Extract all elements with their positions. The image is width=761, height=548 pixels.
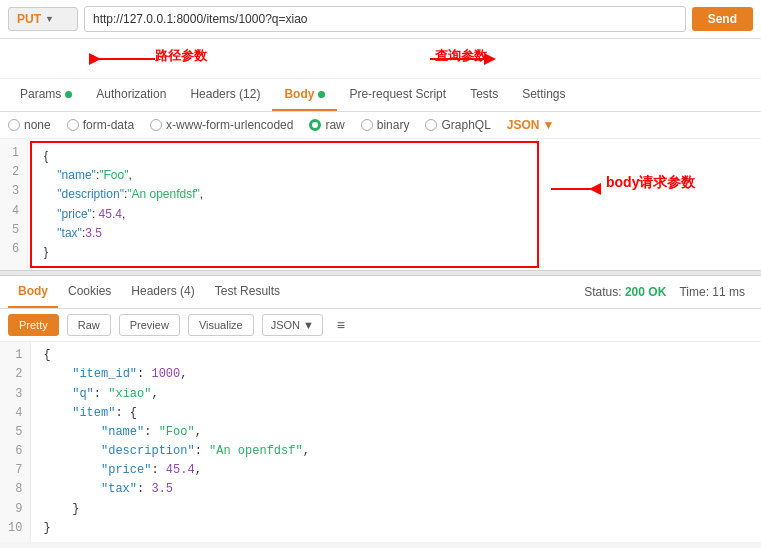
urlencoded-radio bbox=[150, 119, 162, 131]
tab-tests-label: Tests bbox=[470, 87, 498, 101]
tab-settings[interactable]: Settings bbox=[510, 79, 577, 111]
resp-cookies-label: Cookies bbox=[68, 284, 111, 298]
resp-headers-label: Headers (4) bbox=[131, 284, 194, 298]
url-input[interactable] bbox=[84, 6, 686, 32]
none-radio bbox=[8, 119, 20, 131]
resp-tab-cookies[interactable]: Cookies bbox=[58, 276, 121, 308]
body-type-bar: none form-data x-www-form-urlencoded raw… bbox=[0, 112, 761, 139]
method-select[interactable]: PUT ▼ bbox=[8, 7, 78, 31]
binary-label: binary bbox=[377, 118, 410, 132]
top-bar: PUT ▼ Send bbox=[0, 0, 761, 39]
send-button[interactable]: Send bbox=[692, 7, 753, 31]
resp-preview-btn[interactable]: Preview bbox=[119, 314, 180, 336]
body-dot bbox=[318, 91, 325, 98]
resp-tab-test-results[interactable]: Test Results bbox=[205, 276, 290, 308]
code-line-3: "description":"An openfdsf", bbox=[44, 185, 525, 204]
body-param-annotation: body请求参数 bbox=[606, 174, 695, 192]
tab-headers[interactable]: Headers (12) bbox=[178, 79, 272, 111]
resp-line-numbers: 12345 678910 bbox=[0, 342, 31, 542]
resp-line-7: "price": 45.4, bbox=[43, 461, 309, 480]
graphql-radio bbox=[425, 119, 437, 131]
resp-raw-btn[interactable]: Raw bbox=[67, 314, 111, 336]
method-label: PUT bbox=[17, 12, 41, 26]
body-type-urlencoded[interactable]: x-www-form-urlencoded bbox=[150, 118, 293, 132]
code-line-5: "tax":3.5 bbox=[44, 224, 525, 243]
body-type-graphql[interactable]: GraphQL bbox=[425, 118, 490, 132]
status-label: Status: bbox=[584, 285, 621, 299]
code-line-4: "price": 45.4, bbox=[44, 205, 525, 224]
raw-label: raw bbox=[325, 118, 344, 132]
json-label: JSON bbox=[507, 118, 540, 132]
resp-wrap-icon[interactable]: ≡ bbox=[331, 315, 351, 335]
resp-line-2: "item_id": 1000, bbox=[43, 365, 309, 384]
body-type-binary[interactable]: binary bbox=[361, 118, 410, 132]
response-tabs-bar: Body Cookies Headers (4) Test Results St… bbox=[0, 276, 761, 309]
response-status: Status: 200 OK Time: 11 ms bbox=[576, 277, 753, 307]
body-type-none[interactable]: none bbox=[8, 118, 51, 132]
form-data-radio bbox=[67, 119, 79, 131]
request-body-editor: 123456 { "name":"Foo", "description":"An… bbox=[0, 139, 761, 270]
none-label: none bbox=[24, 118, 51, 132]
urlencoded-label: x-www-form-urlencoded bbox=[166, 118, 293, 132]
form-data-label: form-data bbox=[83, 118, 134, 132]
code-content[interactable]: { "name":"Foo", "description":"An openfd… bbox=[30, 141, 539, 268]
resp-line-4: "item": { bbox=[43, 404, 309, 423]
code-line-1: { bbox=[44, 147, 525, 166]
body-type-raw[interactable]: raw bbox=[309, 118, 344, 132]
params-dot bbox=[65, 91, 72, 98]
resp-line-8: "tax": 3.5 bbox=[43, 480, 309, 499]
resp-visualize-btn[interactable]: Visualize bbox=[188, 314, 254, 336]
resp-json-dropdown[interactable]: JSON ▼ bbox=[262, 314, 323, 336]
body-annotation-area: body请求参数 bbox=[541, 139, 761, 270]
line-numbers: 123456 bbox=[0, 139, 28, 270]
resp-line-1: { bbox=[43, 346, 309, 365]
tab-tests[interactable]: Tests bbox=[458, 79, 510, 111]
resp-json-chevron: ▼ bbox=[303, 319, 314, 331]
query-param-annotation: 查询参数 bbox=[435, 47, 487, 65]
code-editor-inner: 123456 { "name":"Foo", "description":"An… bbox=[0, 139, 541, 270]
response-toolbar: Pretty Raw Preview Visualize JSON ▼ ≡ bbox=[0, 309, 761, 342]
resp-line-9: } bbox=[43, 500, 309, 519]
status-code: 200 OK bbox=[625, 285, 666, 299]
request-tabs-bar: Params Authorization Headers (12) Body P… bbox=[0, 79, 761, 112]
json-chevron: ▼ bbox=[543, 118, 555, 132]
tab-settings-label: Settings bbox=[522, 87, 565, 101]
resp-tab-headers[interactable]: Headers (4) bbox=[121, 276, 204, 308]
tab-body[interactable]: Body bbox=[272, 79, 337, 111]
resp-line-6: "description": "An openfdsf", bbox=[43, 442, 309, 461]
tab-authorization[interactable]: Authorization bbox=[84, 79, 178, 111]
code-line-2: "name":"Foo", bbox=[44, 166, 525, 185]
method-chevron: ▼ bbox=[45, 14, 54, 24]
annotation-arrows bbox=[0, 39, 761, 79]
resp-code-content[interactable]: { "item_id": 1000, "q": "xiao", "item": … bbox=[31, 342, 321, 542]
code-line-6: } bbox=[44, 243, 525, 262]
time-label: Time: 11 ms bbox=[679, 285, 745, 299]
body-type-form-data[interactable]: form-data bbox=[67, 118, 134, 132]
binary-radio bbox=[361, 119, 373, 131]
resp-body-label: Body bbox=[18, 284, 48, 298]
raw-radio bbox=[309, 119, 321, 131]
resp-json-label: JSON bbox=[271, 319, 300, 331]
resp-line-5: "name": "Foo", bbox=[43, 423, 309, 442]
json-format-dropdown[interactable]: JSON ▼ bbox=[507, 118, 555, 132]
resp-test-results-label: Test Results bbox=[215, 284, 280, 298]
tab-params-label: Params bbox=[20, 87, 61, 101]
tab-pre-request-label: Pre-request Script bbox=[349, 87, 446, 101]
tab-params[interactable]: Params bbox=[8, 79, 84, 111]
path-param-annotation: 路径参数 bbox=[155, 47, 207, 65]
tab-headers-label: Headers (12) bbox=[190, 87, 260, 101]
resp-line-10: } bbox=[43, 519, 309, 538]
tab-pre-request[interactable]: Pre-request Script bbox=[337, 79, 458, 111]
response-body-code: 12345 678910 { "item_id": 1000, "q": "xi… bbox=[0, 342, 761, 542]
graphql-label: GraphQL bbox=[441, 118, 490, 132]
tab-body-label: Body bbox=[284, 87, 314, 101]
resp-pretty-btn[interactable]: Pretty bbox=[8, 314, 59, 336]
tab-authorization-label: Authorization bbox=[96, 87, 166, 101]
resp-tab-body[interactable]: Body bbox=[8, 276, 58, 308]
resp-line-3: "q": "xiao", bbox=[43, 385, 309, 404]
